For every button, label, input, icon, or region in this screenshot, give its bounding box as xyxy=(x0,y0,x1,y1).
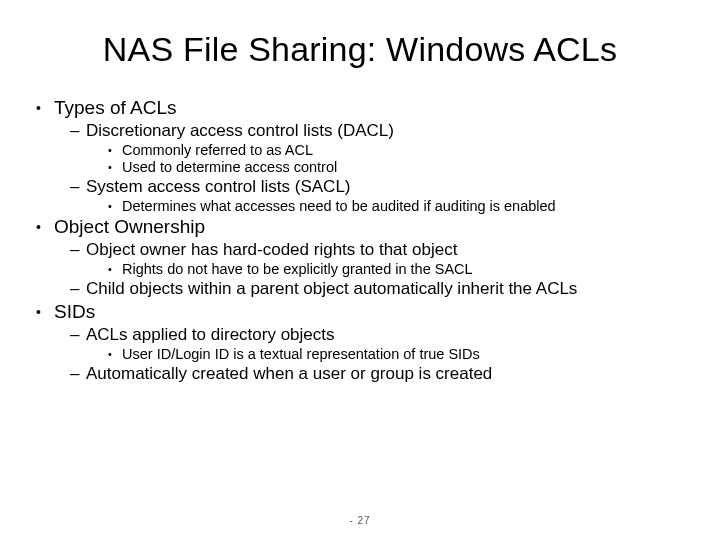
list-item: • Determines what accesses need to be au… xyxy=(108,198,684,214)
list-item: • Commonly referred to as ACL xyxy=(108,142,684,158)
item-label: Object Ownership xyxy=(54,216,205,238)
list-item: – ACLs applied to directory objects • Us… xyxy=(70,325,684,362)
dash-icon: – xyxy=(70,177,86,197)
item-label: User ID/Login ID is a textual representa… xyxy=(122,346,480,362)
bullet-icon: • xyxy=(108,144,122,156)
list-item: – Discretionary access control lists (DA… xyxy=(70,121,684,175)
slide: NAS File Sharing: Windows ACLs • Types o… xyxy=(0,0,720,540)
item-label: Commonly referred to as ACL xyxy=(122,142,313,158)
slide-title: NAS File Sharing: Windows ACLs xyxy=(36,30,684,69)
dash-icon: – xyxy=(70,279,86,299)
bullet-icon: • xyxy=(108,263,122,275)
list-item: – Object owner has hard-coded rights to … xyxy=(70,240,684,277)
list-item: • Used to determine access control xyxy=(108,159,684,175)
list-item: – Child objects within a parent object a… xyxy=(70,279,684,299)
list-item: • Rights do not have to be explicitly gr… xyxy=(108,261,684,277)
item-label: Types of ACLs xyxy=(54,97,177,119)
bullet-icon: • xyxy=(36,305,54,319)
list-item: • Object Ownership – Object owner has ha… xyxy=(36,216,684,299)
item-label: Determines what accesses need to be audi… xyxy=(122,198,556,214)
dash-icon: – xyxy=(70,121,86,141)
bullet-icon: • xyxy=(108,161,122,173)
item-label: Used to determine access control xyxy=(122,159,337,175)
outline-root: • Types of ACLs – Discretionary access c… xyxy=(36,97,684,384)
item-label: SIDs xyxy=(54,301,95,323)
list-item: • User ID/Login ID is a textual represen… xyxy=(108,346,684,362)
item-label: Object owner has hard-coded rights to th… xyxy=(86,240,457,260)
list-item: • SIDs – ACLs applied to directory objec… xyxy=(36,301,684,384)
item-label: System access control lists (SACL) xyxy=(86,177,351,197)
list-item: – Automatically created when a user or g… xyxy=(70,364,684,384)
bullet-icon: • xyxy=(36,101,54,115)
list-item: – System access control lists (SACL) • D… xyxy=(70,177,684,214)
item-label: Discretionary access control lists (DACL… xyxy=(86,121,394,141)
item-label: Rights do not have to be explicitly gran… xyxy=(122,261,473,277)
page-number: - 27 xyxy=(0,515,720,526)
bullet-icon: • xyxy=(108,348,122,360)
item-label: Child objects within a parent object aut… xyxy=(86,279,577,299)
dash-icon: – xyxy=(70,325,86,345)
bullet-icon: • xyxy=(108,200,122,212)
bullet-icon: • xyxy=(36,220,54,234)
dash-icon: – xyxy=(70,240,86,260)
list-item: • Types of ACLs – Discretionary access c… xyxy=(36,97,684,214)
item-label: ACLs applied to directory objects xyxy=(86,325,335,345)
item-label: Automatically created when a user or gro… xyxy=(86,364,492,384)
dash-icon: – xyxy=(70,364,86,384)
